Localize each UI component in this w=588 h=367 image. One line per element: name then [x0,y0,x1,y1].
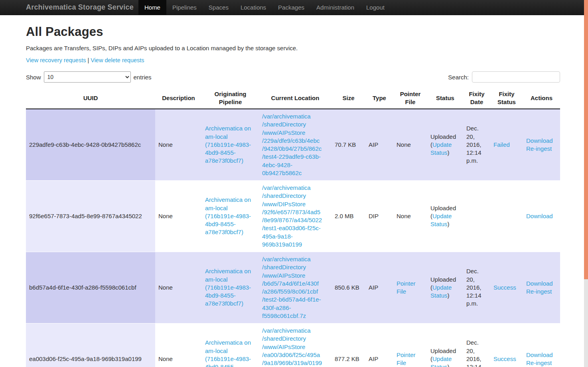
download-link[interactable]: Download [526,137,557,145]
update-status-link[interactable]: Update Status [430,213,452,227]
navbar: Archivematica Storage Service HomePipeli… [0,0,588,15]
nav-item-administration[interactable]: Administration [310,0,360,15]
current-location-cell: /var/archivematica /sharedDirectory /www… [259,324,331,367]
size-cell: 2.0 MB [331,181,365,252]
link-separator: | [87,57,89,63]
current-location-cell: /var/archivematica /sharedDirectory /www… [259,252,331,324]
show-entries: Show 10 entries [26,71,152,83]
current-location-link[interactable]: /var/archivematica /sharedDirectory /www… [262,256,321,319]
col-header-current-location[interactable]: Current Location [259,88,331,109]
col-header-uuid[interactable]: UUID [26,88,155,109]
search-input[interactable] [472,71,560,83]
col-header-fixity-status[interactable]: Fixity Status [490,88,523,109]
update-status-link[interactable]: Update Status [430,355,452,367]
table-controls: Show 10 entries Search: [26,71,560,83]
col-header-actions[interactable]: Actions [523,88,560,109]
current-location-link[interactable]: /var/archivematica /sharedDirectory /www… [262,327,322,367]
pointer-file-link[interactable]: Pointer File [397,280,416,295]
pipeline-link[interactable]: Archivematica on am-local (716b191e-4983… [205,125,251,164]
pipeline-link[interactable]: Archivematica on am-local (716b191e-4983… [205,268,251,307]
current-location-cell: /var/archivematica /sharedDirectory /www… [259,109,331,181]
pointer-file-cell: None [393,109,427,181]
status-cell: Uploaded (Update Status) [427,181,463,252]
download-link[interactable]: Download [526,280,557,288]
uuid-cell: 229adfe9-c63b-4ebc-9428-0b9427b5862c [26,109,155,181]
size-cell: 877.2 KB [331,324,365,367]
col-header-size[interactable]: Size [331,88,365,109]
fixity-status-link[interactable]: Success [493,355,516,362]
pipeline-link[interactable]: Archivematica on am-local (716b191e-4983… [205,339,251,367]
status-cell: Uploaded (Update Status) [427,324,463,367]
page-size-select[interactable]: 10 [44,71,131,83]
view-recovery-requests-link[interactable]: View recovery requests [26,57,86,63]
description-cell: None [155,324,202,367]
package-row: b6d57a4d-6f1e-430f-a286-f5598c061cbfNone… [26,252,560,324]
brand-title: Archivematica Storage Service [26,0,134,15]
col-header-status[interactable]: Status [427,88,463,109]
originating-pipeline-cell: Archivematica on am-local (716b191e-4983… [202,181,259,252]
fixity-status-link[interactable]: Success [493,284,516,291]
pointer-file-link[interactable]: Pointer File [397,351,416,366]
nav-item-spaces[interactable]: Spaces [203,0,235,15]
current-location-link[interactable]: /var/archivematica /sharedDirectory /www… [262,113,322,176]
uuid-cell: ea003d06-f25c-495a-9a18-969b319a0199 [26,324,155,367]
search-box: Search: [448,71,560,83]
packages-table: UUIDDescriptionOriginating PipelineCurre… [26,88,560,367]
re-ingest-link[interactable]: Re-ingest [526,145,557,153]
type-cell: DIP [365,181,393,252]
page-description: Packages are Transfers, SIPs, DIPs and A… [26,45,560,51]
originating-pipeline-cell: Archivematica on am-local (716b191e-4983… [202,252,259,324]
nav-item-pipelines[interactable]: Pipelines [166,0,203,15]
nav-item-packages[interactable]: Packages [272,0,310,15]
nav-items: HomePipelinesSpacesLocationsPackagesAdmi… [138,0,391,15]
current-location-link[interactable]: /var/archivematica /sharedDirectory /www… [262,184,322,248]
actions-cell: DownloadRe-ingest [523,252,560,324]
download-link[interactable]: Download [526,351,557,359]
current-location-cell: /var/archivematica /sharedDirectory /www… [259,181,331,252]
size-cell: 850.6 KB [331,252,365,324]
fixity-date-cell: Dec. 20, 2016, 12:14 p.m. [463,324,490,367]
search-label: Search: [448,74,469,81]
fixity-date-cell: Dec. 20, 2016, 12:14 p.m. [463,109,490,181]
view-links: View recovery requests|View delete reque… [26,57,560,63]
pipeline-link[interactable]: Archivematica on am-local (716b191e-4983… [205,196,251,235]
size-cell: 70.7 KB [331,109,365,181]
col-header-originating-pipeline[interactable]: Originating Pipeline [202,88,259,109]
description-cell: None [155,109,202,181]
re-ingest-link[interactable]: Re-ingest [526,359,557,367]
col-header-description[interactable]: Description [155,88,202,109]
col-header-pointer-file[interactable]: Pointer File [393,88,427,109]
download-link[interactable]: Download [526,212,557,220]
entries-label: entries [134,74,152,81]
package-row: 229adfe9-c63b-4ebc-9428-0b9427b5862cNone… [26,109,560,181]
package-row: 92f6e657-7873-4ad5-8e99-8767a4345022None… [26,181,560,252]
nav-item-locations[interactable]: Locations [235,0,272,15]
uuid-cell: 92f6e657-7873-4ad5-8e99-8767a4345022 [26,181,155,252]
nav-item-logout[interactable]: Logout [360,0,391,15]
update-status-link[interactable]: Update Status [430,141,452,156]
fixity-status-link[interactable]: Failed [493,141,510,148]
description-cell: None [155,252,202,324]
pointer-file-cell: Pointer File [393,252,427,324]
view-delete-requests-link[interactable]: View delete requests [91,57,144,63]
table-body: 229adfe9-c63b-4ebc-9428-0b9427b5862cNone… [26,109,560,367]
actions-cell: DownloadRe-ingest [523,109,560,181]
type-cell: AIP [365,109,393,181]
re-ingest-link[interactable]: Re-ingest [526,288,557,296]
col-header-fixity-date[interactable]: Fixity Date [463,88,490,109]
status-cell: Uploaded (Update Status) [427,109,463,181]
scrollbar-thumb[interactable] [584,0,588,279]
pointer-file-cell: None [393,181,427,252]
nav-item-home[interactable]: Home [138,0,166,15]
package-row: ea003d06-f25c-495a-9a18-969b319a0199None… [26,324,560,367]
scrollbar-track[interactable] [584,0,588,367]
fixity-status-cell [490,181,523,252]
col-header-type[interactable]: Type [365,88,393,109]
type-cell: AIP [365,252,393,324]
description-cell: None [155,181,202,252]
main-content: All Packages Packages are Transfers, SIP… [26,25,560,367]
show-label: Show [26,74,41,81]
update-status-link[interactable]: Update Status [430,284,452,299]
originating-pipeline-cell: Archivematica on am-local (716b191e-4983… [202,109,259,181]
fixity-date-cell [463,181,490,252]
